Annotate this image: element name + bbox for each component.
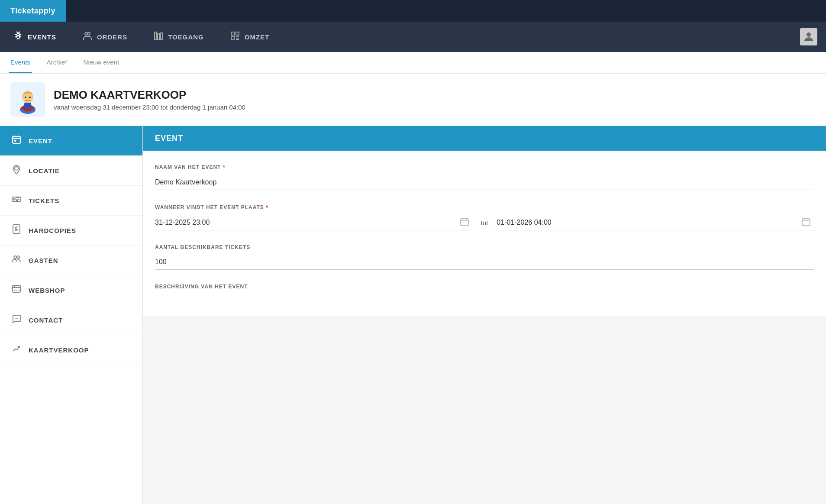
nav-item-events[interactable]: EVENTS: [9, 27, 61, 47]
form-group-tickets: AANTAL BESCHIKBARE TICKETS: [155, 244, 814, 270]
svg-text:</>: </>: [14, 288, 20, 292]
events-icon: [13, 31, 23, 43]
tickets-input[interactable]: [155, 255, 814, 270]
subnav-archief[interactable]: Archief: [45, 52, 69, 73]
svg-point-23: [25, 97, 26, 98]
content-header: EVENT: [143, 126, 826, 151]
content-title: EVENT: [155, 134, 183, 142]
svg-line-2: [18, 32, 20, 33]
svg-point-47: [17, 318, 18, 319]
wanneer-required: *: [266, 204, 268, 211]
svg-rect-13: [231, 32, 234, 35]
webshop-icon: </>: [10, 284, 23, 296]
sidebar-item-gasten-label: GASTEN: [29, 257, 58, 264]
main-layout: EVENT LOCATIE TICKETS: [0, 126, 826, 504]
svg-point-40: [17, 256, 19, 258]
form-group-naam: NAAM VAN HET EVENT *: [155, 164, 814, 190]
sidebar-item-kaartverkoop-label: KAARTVERKOOP: [29, 346, 89, 354]
svg-point-19: [807, 32, 811, 37]
svg-point-24: [29, 97, 31, 98]
naam-label: NAAM VAN HET EVENT *: [155, 164, 814, 171]
beschrijving-label: BESCHRIJVING VAN HET EVENT: [155, 284, 814, 290]
nav-item-orders[interactable]: ORDERS: [78, 27, 132, 47]
content-body: NAAM VAN HET EVENT * WANNEER VINDT HET E…: [143, 151, 826, 317]
naam-required: *: [223, 164, 225, 171]
event-subtitle: vanaf woensdag 31 december 23:00 tot don…: [54, 103, 245, 111]
svg-rect-25: [13, 136, 20, 143]
orders-icon: [82, 31, 93, 43]
sidebar-item-event-label: EVENT: [29, 137, 52, 145]
event-sidebar-icon: [10, 135, 23, 147]
naam-input[interactable]: [155, 175, 814, 190]
sidebar-item-locatie[interactable]: LOCATIE: [0, 156, 142, 186]
svg-point-30: [15, 167, 18, 170]
gasten-icon: [10, 254, 23, 266]
tot-label: tot: [481, 219, 488, 226]
subnav-nieuw[interactable]: Nieuw event: [82, 52, 121, 73]
sidebar: EVENT LOCATIE TICKETS: [0, 126, 143, 504]
sidebar-item-locatie-label: LOCATIE: [29, 167, 60, 174]
logo-button[interactable]: Ticketapply: [0, 0, 66, 22]
end-date-field: [497, 215, 814, 230]
event-info: DEMO KAARTVERKOOP vanaf woensdag 31 dece…: [54, 88, 245, 111]
start-date-field: [155, 215, 472, 230]
svg-rect-52: [802, 219, 810, 226]
wanneer-label: WANNEER VINDT HET EVENT PLAATS *: [155, 204, 814, 211]
sidebar-item-gasten[interactable]: GASTEN: [0, 246, 142, 275]
form-group-beschrijving: BESCHRIJVING VAN HET EVENT: [155, 284, 814, 290]
svg-point-45: [15, 318, 16, 319]
sidebar-item-webshop-label: WEBSHOP: [29, 287, 65, 294]
subnav-events[interactable]: Events: [9, 52, 32, 73]
nav-item-events-label: EVENTS: [28, 33, 56, 41]
sidebar-item-hardcopies[interactable]: HARDCOPIES: [0, 216, 142, 246]
nav-item-toegang-label: TOEGANG: [168, 33, 204, 41]
end-date-input[interactable]: [497, 215, 814, 230]
event-header: DEMO KAARTVERKOOP vanaf woensdag 31 dece…: [0, 74, 826, 126]
user-avatar[interactable]: [800, 28, 817, 45]
nav-item-omzet[interactable]: OMZET: [226, 27, 274, 47]
svg-point-39: [14, 256, 16, 258]
start-date-input[interactable]: [155, 215, 472, 230]
svg-rect-21: [24, 103, 31, 109]
contact-icon: [10, 314, 23, 326]
svg-rect-11: [158, 34, 159, 40]
sidebar-item-contact-label: CONTACT: [29, 317, 63, 324]
start-calendar-icon[interactable]: [460, 217, 469, 228]
svg-rect-29: [14, 140, 16, 142]
top-bar: Ticketapply: [0, 0, 826, 22]
tickets-icon: [10, 194, 23, 207]
sidebar-item-tickets-label: TICKETS: [29, 197, 59, 204]
svg-rect-48: [461, 219, 468, 226]
svg-point-46: [16, 318, 17, 319]
content-area: EVENT NAAM VAN HET EVENT * WANNEER VINDT…: [143, 126, 826, 504]
nav-item-orders-label: ORDERS: [97, 33, 127, 41]
event-logo: [10, 82, 45, 117]
event-title: DEMO KAARTVERKOOP: [54, 88, 245, 102]
sub-nav: Events Archief Nieuw event: [0, 52, 826, 74]
omzet-icon: [230, 31, 240, 43]
tickets-label: AANTAL BESCHIKBARE TICKETS: [155, 244, 814, 250]
sidebar-item-hardcopies-label: HARDCOPIES: [29, 227, 76, 234]
nav-item-omzet-label: OMZET: [245, 33, 270, 41]
sidebar-item-event[interactable]: EVENT: [0, 126, 142, 156]
hardcopies-icon: [10, 224, 23, 236]
sidebar-item-tickets[interactable]: TICKETS: [0, 186, 142, 216]
nav-bar: EVENTS ORDERS TOEGANG: [0, 22, 826, 52]
locatie-icon: [10, 165, 23, 177]
end-calendar-icon[interactable]: [802, 217, 810, 228]
svg-rect-15: [231, 37, 234, 40]
svg-rect-12: [161, 33, 162, 40]
svg-point-9: [87, 32, 90, 35]
nav-items: EVENTS ORDERS TOEGANG: [9, 27, 274, 47]
svg-point-32: [13, 198, 15, 200]
date-row: tot: [155, 215, 814, 230]
sidebar-item-kaartverkoop[interactable]: KAARTVERKOOP: [0, 335, 142, 365]
nav-item-toegang[interactable]: TOEGANG: [149, 27, 208, 47]
kaartverkoop-icon: [10, 344, 23, 356]
toegang-icon: [153, 31, 164, 43]
form-group-wanneer: WANNEER VINDT HET EVENT PLAATS *: [155, 204, 814, 230]
sidebar-item-contact[interactable]: CONTACT: [0, 305, 142, 335]
svg-rect-14: [236, 32, 239, 35]
sidebar-item-webshop[interactable]: </> WEBSHOP: [0, 275, 142, 305]
svg-rect-10: [155, 32, 156, 40]
